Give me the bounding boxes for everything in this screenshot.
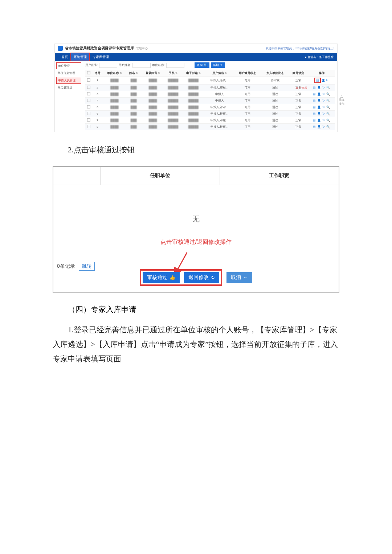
th-checkbox[interactable]: [85, 70, 92, 77]
search-button[interactable]: 查询🔍: [195, 62, 209, 68]
doc-icon[interactable]: ▤: [313, 106, 316, 109]
reset-icon[interactable]: ↻: [322, 125, 325, 128]
sort-icon[interactable]: ⇅: [175, 72, 177, 74]
user-icon[interactable]: 👤: [317, 99, 321, 102]
th-role[interactable]: 用户角色 ⇅: [205, 70, 234, 77]
user-icon[interactable]: 👤: [317, 119, 321, 122]
th-phone[interactable]: 手机 ⇅: [164, 70, 181, 77]
cell-account: ████: [141, 111, 165, 117]
th-blank: [53, 167, 101, 185]
add-button[interactable]: 新增✚: [211, 62, 225, 68]
nav-tab-expert[interactable]: 专家库管理: [90, 53, 112, 61]
doc-icon[interactable]: ▤: [313, 99, 316, 102]
reset-icon[interactable]: ↻: [322, 93, 325, 96]
main-panel: 用户账号: 用户姓名: 单位名称: 查询🔍 新增✚ 序号 单位名称 ⇅ 姓名 ⇅: [83, 61, 337, 132]
user-icon[interactable]: 👤: [322, 79, 325, 82]
reset-icon[interactable]: ↻: [322, 112, 325, 115]
doc-icon[interactable]: ▤: [313, 93, 316, 96]
cell-ops: ▤👤↻🔍: [308, 111, 335, 117]
return-button[interactable]: 退回修改↻: [184, 272, 219, 283]
audit-action-highlight[interactable]: ▤: [314, 78, 321, 83]
reset-icon[interactable]: ↻: [326, 79, 328, 82]
cell-ops: ▤👤↻🔍: [308, 124, 335, 130]
cell-index: 6: [92, 111, 103, 117]
cancel-button[interactable]: 取消←: [226, 272, 252, 283]
record-count: 0条记录: [57, 263, 75, 270]
row-checkbox[interactable]: [85, 104, 92, 111]
doc-icon[interactable]: ▤: [313, 125, 316, 128]
reset-icon[interactable]: ↻: [322, 86, 325, 89]
row-checkbox[interactable]: [85, 77, 92, 85]
cell-name: ███: [126, 91, 141, 98]
cell-unit: ████: [103, 124, 126, 130]
row-checkbox[interactable]: [85, 111, 92, 117]
view-icon[interactable]: 🔍: [326, 112, 330, 115]
row-checkbox[interactable]: [85, 91, 92, 98]
view-icon[interactable]: 🔍: [326, 93, 330, 96]
reset-icon[interactable]: ↻: [322, 119, 325, 122]
row-checkbox[interactable]: [85, 85, 92, 91]
right-side-tab[interactable]: △ 系统操作: [338, 95, 345, 106]
reset-icon[interactable]: ↻: [322, 99, 325, 102]
sort-icon[interactable]: ⇅: [225, 72, 227, 74]
cell-ops: ▤👤↻🔍: [308, 91, 335, 98]
doc-icon[interactable]: ▤: [316, 79, 319, 82]
nav-tab-system[interactable]: 系统管理: [71, 53, 90, 61]
audit-hint-label: 点击审核: [296, 86, 307, 90]
cell-email: █████: [182, 91, 205, 98]
user-icon[interactable]: 👤: [317, 125, 321, 128]
th-ustatus: 用户账号状态: [234, 70, 261, 77]
th-email[interactable]: 电子邮箱 ⇅: [182, 70, 205, 77]
cell-role: 申报人,评审…: [205, 104, 234, 111]
step2-text: 2.点击审核通过按钮: [53, 143, 339, 157]
approve-button[interactable]: 审核通过👍: [143, 272, 180, 283]
cell-phone: █████: [164, 85, 181, 91]
user-icon[interactable]: 👤: [317, 112, 321, 115]
cell-lock: 正常: [289, 111, 308, 117]
sidebar-item-unit-staff[interactable]: 单位人员管理: [56, 77, 81, 84]
table-row: 5█████████████████████申报人,评审…可用通过正常▤👤↻🔍: [85, 104, 335, 111]
filter-account-input[interactable]: [99, 63, 117, 68]
th-account[interactable]: 登录账号 ⇅: [141, 70, 165, 77]
section-four-heading: （四）专家入库申请: [53, 303, 339, 317]
reset-icon[interactable]: ↻: [322, 106, 325, 109]
view-icon[interactable]: 🔍: [326, 119, 330, 122]
view-icon[interactable]: 🔍: [326, 125, 330, 128]
th-name[interactable]: 姓名 ⇅: [126, 70, 141, 77]
cell-email: █████: [182, 124, 205, 130]
cell-name: ███: [126, 124, 141, 130]
nav-tab-home[interactable]: 首页: [58, 53, 71, 61]
cell-name: ███: [126, 104, 141, 111]
th-lock: 账号锁定: [289, 70, 308, 77]
user-icon[interactable]: 👤: [317, 86, 321, 89]
sort-icon[interactable]: ⇅: [120, 72, 122, 74]
row-checkbox[interactable]: [85, 98, 92, 104]
filter-name-input[interactable]: [132, 63, 151, 68]
sort-icon[interactable]: ⇅: [199, 72, 201, 74]
user-icon[interactable]: 👤: [317, 93, 321, 96]
row-checkbox[interactable]: [85, 124, 92, 130]
view-icon[interactable]: 🔍: [326, 86, 330, 89]
cell-phone: █████: [164, 117, 181, 124]
sidebar-item-unit-info[interactable]: 单位信息管理: [56, 70, 81, 76]
sort-icon[interactable]: ⇅: [136, 72, 138, 74]
cell-unit: ████: [103, 91, 126, 98]
doc-icon[interactable]: ▤: [313, 86, 316, 89]
cell-unit: ████: [103, 85, 126, 91]
doc-icon[interactable]: ▤: [313, 119, 316, 122]
view-icon[interactable]: 🔍: [326, 99, 330, 102]
sort-icon[interactable]: ⇅: [158, 72, 160, 74]
sidebar-item-unit-manage[interactable]: 单位管理: [56, 62, 81, 69]
sidebar-item-unit-admin[interactable]: 单位管理员: [56, 85, 81, 91]
filter-unit-input[interactable]: [166, 63, 184, 68]
th-unit[interactable]: 单位名称 ⇅: [103, 70, 126, 77]
row-checkbox[interactable]: [85, 117, 92, 124]
search-icon: 🔍: [204, 63, 207, 67]
cell-index: 8: [92, 124, 103, 130]
cell-jstatus: 通过: [261, 85, 289, 91]
cell-index: 7: [92, 117, 103, 124]
view-icon[interactable]: 🔍: [326, 106, 330, 109]
doc-icon[interactable]: ▤: [313, 112, 316, 115]
work-reminder[interactable]: ● 当前有：条工作提醒: [305, 55, 334, 59]
user-icon[interactable]: 👤: [317, 106, 321, 109]
